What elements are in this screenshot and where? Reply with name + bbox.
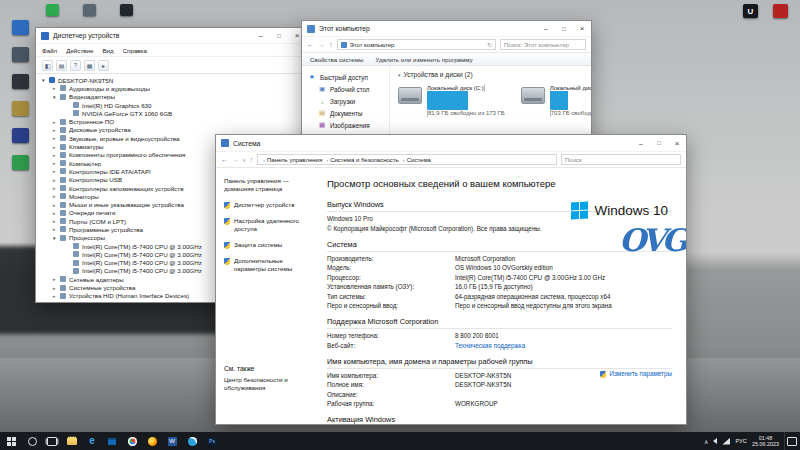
menu-item[interactable]: Справка — [123, 47, 147, 54]
tree-expander-icon[interactable] — [42, 77, 49, 83]
drive-item[interactable]: Локальный диск (D:) 703 ГБ свободно из 9… — [521, 85, 591, 104]
desktop-icon[interactable] — [3, 155, 37, 177]
explorer-titlebar[interactable]: Этот компьютер — [302, 21, 591, 37]
refresh-icon[interactable]: ↻ — [487, 41, 492, 48]
taskbar-icon[interactable] — [22, 432, 42, 450]
desktop-icon[interactable] — [3, 20, 37, 42]
tree-expander-icon[interactable] — [53, 276, 60, 282]
desktop-icon[interactable] — [3, 128, 37, 150]
tree-expander-icon[interactable] — [53, 235, 60, 241]
back-icon[interactable]: ← — [221, 156, 228, 163]
info-value[interactable]: 8 800 200 8001 — [455, 332, 499, 339]
volume-icon[interactable] — [713, 438, 717, 444]
taskbar-icon[interactable] — [202, 432, 222, 450]
forward-icon[interactable]: → — [318, 41, 325, 48]
tree-expander-icon[interactable] — [53, 135, 60, 141]
info-value[interactable]: Техническая поддержка — [455, 342, 525, 349]
desktop-icon[interactable]: U — [743, 4, 758, 18]
hidden-icons-chevron-icon[interactable]: ∧ — [704, 438, 708, 445]
device-tree-item[interactable]: NVIDIA GeForce GTX 1060 6GB — [40, 109, 302, 117]
tree-expander-icon[interactable] — [53, 160, 60, 166]
desktop-icon[interactable] — [83, 4, 96, 16]
minimize-button[interactable] — [537, 21, 555, 36]
forward-icon[interactable]: → — [232, 156, 239, 163]
maximize-button[interactable] — [650, 135, 668, 151]
breadcrumb[interactable]: ›Система — [401, 157, 431, 163]
tree-expander-icon[interactable] — [53, 127, 60, 133]
command-button[interactable]: Свойства системы — [310, 56, 363, 63]
taskbar-icon[interactable] — [102, 432, 122, 450]
tree-expander-icon[interactable] — [53, 119, 60, 125]
device-tree-item[interactable]: Видеоадаптеры — [40, 93, 302, 101]
taskbar-icon[interactable] — [182, 432, 202, 450]
search-input[interactable]: Поиск: Этот компьютер — [500, 39, 586, 50]
tree-expander-icon[interactable] — [53, 168, 60, 174]
sidebar-link[interactable]: Защита системы — [224, 241, 309, 249]
taskbar-icon[interactable] — [42, 432, 62, 450]
sidebar-link[interactable]: Диспетчер устройств — [224, 201, 309, 209]
menu-item[interactable]: Вид — [102, 47, 113, 54]
up-icon[interactable]: ↑ — [329, 41, 333, 48]
up-icon[interactable]: ↑ — [250, 156, 254, 163]
menu-item[interactable]: Действие — [66, 47, 93, 54]
toolbar-button[interactable]: ▦ — [84, 60, 95, 71]
desktop-icon[interactable] — [46, 4, 59, 16]
breadcrumb[interactable]: ›Система и безопасность — [324, 157, 399, 163]
maximize-button[interactable] — [270, 28, 288, 43]
search-input[interactable]: Поиск — [561, 154, 681, 165]
devices-and-drives-header[interactable]: Устройства и диски (2) — [398, 71, 591, 78]
taskbar-icon[interactable] — [162, 432, 182, 450]
tree-expander-icon[interactable] — [53, 144, 60, 150]
start-button[interactable] — [0, 432, 22, 450]
toolbar-button[interactable]: ◧ — [42, 60, 53, 71]
tree-expander-icon[interactable] — [53, 94, 60, 100]
address-bar[interactable]: ›Панель управления ›Система и безопаснос… — [257, 154, 557, 165]
sidebar-item[interactable]: ▤ Документы — [308, 107, 389, 119]
taskbar-icon[interactable] — [122, 432, 142, 450]
tree-expander-icon[interactable] — [53, 210, 60, 216]
minimize-button[interactable] — [252, 28, 270, 43]
device-tree-item[interactable]: DESKTOP-NK9T5N — [40, 76, 302, 84]
tree-expander-icon[interactable] — [53, 293, 60, 299]
tree-expander-icon[interactable] — [53, 193, 60, 199]
taskbar-icon[interactable] — [142, 432, 162, 450]
drive-item[interactable]: Локальный диск (C:) 81,9 ГБ свободно из … — [398, 85, 505, 104]
sidebar-item[interactable]: ★ Быстрый доступ — [308, 71, 389, 83]
sidebar-item[interactable]: ↓ Загрузки — [308, 95, 389, 107]
taskbar-icon[interactable] — [82, 432, 102, 450]
sidebar-link[interactable]: Панель управления — домашняя страница — [224, 177, 309, 193]
sidebar-link[interactable]: Дополнительные параметры системы — [224, 257, 309, 273]
history-dropdown-icon[interactable]: ▾ — [243, 157, 246, 163]
toolbar-button[interactable]: ▸ — [98, 60, 109, 71]
see-also-link[interactable]: Центр безопасности и обслуживания — [224, 376, 304, 392]
device-tree-item[interactable]: Дисковые устройства — [40, 126, 302, 134]
change-settings-link[interactable]: Изменить параметры — [600, 370, 672, 378]
network-icon[interactable] — [722, 438, 730, 445]
command-button[interactable]: Удалить или изменить программу — [375, 56, 472, 63]
device-tree-item[interactable]: Intel(R) HD Graphics 630 — [40, 101, 302, 109]
tree-expander-icon[interactable] — [53, 185, 60, 191]
device-manager-titlebar[interactable]: Диспетчер устройств — [36, 28, 306, 44]
tree-expander-icon[interactable] — [53, 218, 60, 224]
device-tree-item[interactable]: Аудиовходы и аудиовыходы — [40, 84, 302, 92]
desktop-icon[interactable] — [3, 74, 37, 96]
sidebar-link[interactable]: Настройка удаленного доступа — [224, 217, 309, 233]
close-button[interactable] — [573, 21, 591, 36]
back-icon[interactable]: ← — [307, 41, 314, 48]
sidebar-item[interactable]: ▦ Изображения — [308, 119, 389, 131]
device-tree-item[interactable]: Встроенное ПО — [40, 117, 302, 125]
menu-item[interactable]: Файл — [42, 47, 57, 54]
toolbar-button[interactable]: ▤ — [56, 60, 67, 71]
toolbar-button[interactable]: ? — [70, 60, 81, 71]
desktop-icon[interactable] — [3, 47, 37, 69]
tree-expander-icon[interactable] — [53, 85, 60, 91]
close-button[interactable] — [668, 135, 686, 151]
tree-expander-icon[interactable] — [53, 226, 60, 232]
clock[interactable]: 01:48 25.06.2023 — [752, 435, 779, 448]
maximize-button[interactable] — [555, 21, 573, 36]
address-bar[interactable]: Этот компьютер ↻ — [337, 39, 497, 50]
desktop-icon[interactable] — [773, 4, 788, 18]
taskbar-icon[interactable] — [62, 432, 82, 450]
breadcrumb[interactable]: ›Панель управления — [261, 157, 322, 163]
minimize-button[interactable] — [632, 135, 650, 151]
